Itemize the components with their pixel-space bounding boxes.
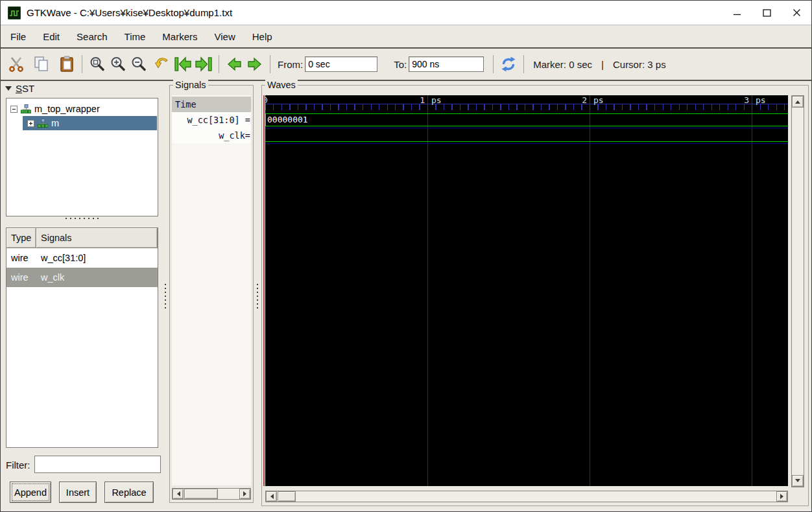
bus-trace-baseline bbox=[265, 128, 788, 128]
maximize-button[interactable] bbox=[752, 1, 782, 25]
menu-help[interactable]: Help bbox=[244, 27, 281, 46]
sst-header[interactable]: SST bbox=[5, 83, 34, 94]
tree-row-m[interactable]: m bbox=[23, 116, 157, 130]
tree-row-m-top-wrapper[interactable]: m_top_wrapper bbox=[6, 102, 157, 116]
column-header-type[interactable]: Type bbox=[6, 228, 36, 248]
append-button[interactable]: Append bbox=[10, 482, 51, 503]
paste-button[interactable] bbox=[56, 53, 77, 75]
signal-row-w-clk[interactable]: w_clk= bbox=[172, 128, 251, 143]
bus-value-text: 00000001 bbox=[267, 115, 308, 124]
gtkwave-window: GTKWave - C:¥Users¥kise¥Desktop¥dump1.tx… bbox=[0, 0, 812, 512]
menu-edit[interactable]: Edit bbox=[34, 27, 68, 46]
toolbar-separator bbox=[523, 55, 524, 73]
primary-marker-line[interactable] bbox=[263, 95, 265, 486]
timeline-origin-label: 0 bbox=[265, 95, 268, 105]
column-header-signals[interactable]: Signals bbox=[36, 228, 158, 248]
wave-canvas[interactable]: 0 1 ps 2 ps 3 ps 00000001 bbox=[265, 95, 788, 486]
menu-view[interactable]: View bbox=[206, 27, 244, 46]
timeline-mark-number: 1 bbox=[399, 95, 425, 105]
scroll-left-button[interactable] bbox=[266, 491, 277, 502]
scrollbar-thumb[interactable] bbox=[184, 489, 218, 499]
right-arrow-icon bbox=[246, 56, 263, 73]
timeline-mark-number: 2 bbox=[561, 95, 587, 105]
paste-icon bbox=[58, 56, 75, 73]
zoom-out-button[interactable] bbox=[128, 53, 149, 75]
filter-label: Filter: bbox=[6, 460, 30, 471]
table-row-w-cc[interactable]: wire w_cc[31:0] bbox=[6, 248, 158, 268]
title-bar: GTKWave - C:¥Users¥kise¥Desktop¥dump1.tx… bbox=[1, 1, 811, 25]
bus-trace-left-edge bbox=[265, 113, 266, 126]
replace-button[interactable]: Replace bbox=[104, 482, 154, 503]
collapse-expander-icon[interactable] bbox=[10, 106, 18, 113]
expand-expander-icon[interactable] bbox=[27, 120, 34, 127]
bus-trace-bottom bbox=[265, 126, 788, 126]
signal-type-table: Type Signals wire w_cc[31:0] wire w_clk bbox=[6, 227, 158, 448]
to-input[interactable] bbox=[409, 56, 484, 72]
grid-line bbox=[752, 95, 752, 486]
scrollbar-thumb[interactable] bbox=[278, 491, 296, 502]
app-icon bbox=[8, 6, 21, 19]
window-controls bbox=[722, 1, 811, 25]
timeline-mark-unit: ps bbox=[431, 95, 442, 105]
insert-button[interactable]: Insert bbox=[59, 482, 97, 503]
marker-status: Marker: 0 sec bbox=[533, 59, 592, 70]
clk-trace-low bbox=[265, 141, 788, 142]
toolbar-separator bbox=[270, 55, 270, 73]
zoom-undo-button[interactable] bbox=[152, 53, 173, 75]
cut-button[interactable] bbox=[6, 53, 27, 75]
menu-time[interactable]: Time bbox=[116, 27, 154, 46]
zoom-out-icon bbox=[130, 56, 147, 73]
filter-input[interactable] bbox=[34, 456, 161, 473]
pane-resize-handle[interactable] bbox=[255, 81, 260, 511]
scroll-down-button[interactable] bbox=[792, 475, 804, 487]
discard-right-button[interactable] bbox=[245, 53, 265, 75]
maximize-icon bbox=[763, 9, 771, 17]
window-title: GTKWave - C:¥Users¥kise¥Desktop¥dump1.tx… bbox=[27, 7, 232, 18]
pane-resize-handle[interactable] bbox=[163, 81, 168, 511]
main-area: SST m_top_wrapper bbox=[1, 81, 811, 511]
signals-horizontal-scrollbar[interactable] bbox=[172, 488, 251, 500]
time-header: Time bbox=[172, 97, 251, 112]
signal-row-w-cc[interactable]: w_cc[31:0] = bbox=[172, 112, 251, 128]
fetch-right-button[interactable] bbox=[193, 53, 214, 75]
status-divider: | bbox=[601, 59, 604, 70]
waves-vertical-scrollbar[interactable] bbox=[791, 95, 804, 487]
hierarchy-icon bbox=[38, 119, 48, 128]
signal-type: wire bbox=[11, 248, 29, 268]
scroll-left-button[interactable] bbox=[173, 489, 184, 499]
table-row-w-clk[interactable]: wire w_clk bbox=[6, 268, 158, 287]
scroll-up-button[interactable] bbox=[792, 96, 804, 108]
cursor-status: Cursor: 3 ps bbox=[613, 59, 666, 70]
menu-bar: File Edit Search Time Markers View Help bbox=[1, 26, 811, 47]
menu-file[interactable]: File bbox=[2, 27, 34, 46]
signal-name-list: Time w_cc[31:0] = w_clk= bbox=[172, 95, 251, 485]
fetch-right-icon bbox=[194, 56, 213, 73]
toolbar-separator bbox=[219, 55, 219, 73]
scroll-right-button[interactable] bbox=[239, 489, 250, 499]
horizontal-resize-handle[interactable] bbox=[1, 218, 163, 219]
minimize-icon bbox=[733, 9, 741, 16]
copy-icon bbox=[33, 56, 50, 73]
bus-trace-top bbox=[265, 113, 788, 114]
scroll-right-button[interactable] bbox=[776, 491, 787, 502]
waves-horizontal-scrollbar[interactable] bbox=[265, 491, 788, 502]
zoom-undo-icon bbox=[154, 56, 171, 73]
fetch-left-button[interactable] bbox=[173, 53, 193, 75]
zoom-in-button[interactable] bbox=[108, 53, 128, 75]
copy-button[interactable] bbox=[31, 53, 52, 75]
minimize-button[interactable] bbox=[722, 1, 752, 25]
timeline-mark-unit: ps bbox=[756, 95, 766, 105]
discard-left-button[interactable] bbox=[224, 53, 245, 75]
signals-panel-title: Signals bbox=[173, 80, 208, 90]
menu-markers[interactable]: Markers bbox=[154, 27, 206, 46]
toolbar: From: To: Marker: 0 sec | Cursor: 3 ps bbox=[1, 49, 811, 80]
hierarchy-icon bbox=[21, 104, 31, 113]
zoom-fit-button[interactable] bbox=[87, 53, 108, 75]
reload-button[interactable] bbox=[498, 53, 519, 75]
tree-node-label: m bbox=[51, 118, 59, 128]
grid-line bbox=[590, 95, 590, 486]
close-button[interactable] bbox=[782, 1, 811, 25]
waves-panel: Waves 0 1 ps 2 ps 3 ps bbox=[261, 85, 809, 506]
menu-search[interactable]: Search bbox=[68, 27, 116, 46]
from-input[interactable] bbox=[305, 56, 377, 72]
